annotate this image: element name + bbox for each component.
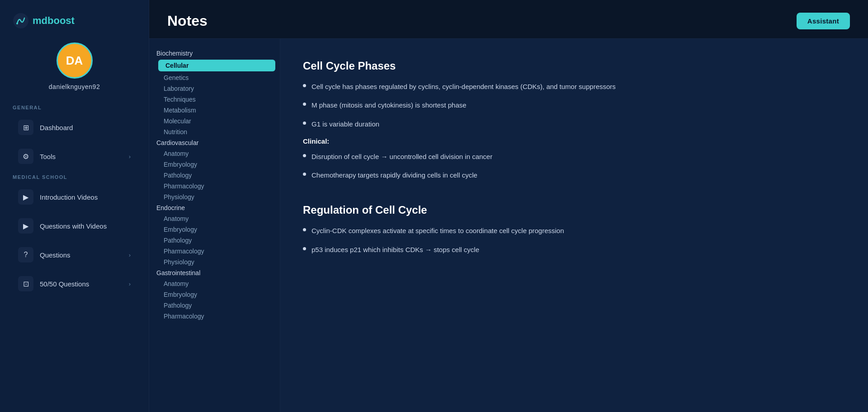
avatar-area: DA danielknguyen92 <box>0 38 149 101</box>
tree-category-gastrointestinal[interactable]: Gastrointestinal <box>149 267 280 278</box>
tree-item-endo-physiology[interactable]: Physiology <box>149 257 280 267</box>
sidebar-item-intro-videos[interactable]: ▶ Introduction Videos <box>5 183 143 211</box>
reg-bullet-dot-2 <box>303 247 306 250</box>
main-panel: Notes Assistant Biochemistry Cellular Ge… <box>149 0 868 412</box>
bullet-1: Cell cycle has phases regulated by cycli… <box>303 81 845 92</box>
section2-title: Regulation of Cell Cycle <box>303 204 845 216</box>
logo-text: mdboost <box>33 15 75 27</box>
tree-item-cardio-pathology[interactable]: Pathology <box>149 170 280 181</box>
tree-item-endo-pharmacology[interactable]: Pharmacology <box>149 246 280 257</box>
tree-item-nutrition[interactable]: Nutrition <box>149 126 280 137</box>
sidebar-item-fifty-fifty[interactable]: ⊡ 50/50 Questions › <box>5 270 143 297</box>
clinical-bullet-text-2: Chemotherapy targets rapidly dividing ce… <box>311 170 477 180</box>
fifty-fifty-chevron-icon: › <box>129 281 131 287</box>
tree-item-endo-anatomy[interactable]: Anatomy <box>149 213 280 224</box>
bullet-dot-2 <box>303 103 306 106</box>
tree-item-metabolism[interactable]: Metabolism <box>149 105 280 116</box>
tree-item-genetics[interactable]: Genetics <box>149 72 280 83</box>
questions-videos-icon: ▶ <box>18 218 33 234</box>
clinical-label: Clinical: <box>303 137 845 145</box>
clinical-bullet-dot-1 <box>303 154 306 157</box>
dashboard-label: Dashboard <box>40 124 73 131</box>
dashboard-icon: ⊞ <box>18 120 33 135</box>
bullet-text-2: M phase (mitosis and cytokinesis) is sho… <box>311 100 467 110</box>
sidebar-item-dashboard[interactable]: ⊞ Dashboard <box>5 114 143 141</box>
tree-item-cellular[interactable]: Cellular <box>158 60 275 71</box>
tree-item-laboratory[interactable]: Laboratory <box>149 83 280 94</box>
tree-item-endo-embryology[interactable]: Embryology <box>149 224 280 235</box>
clinical-bullet-text-1: Disruption of cell cycle → uncontrolled … <box>311 151 492 162</box>
tree-item-cardio-embryology[interactable]: Embryology <box>149 159 280 170</box>
tree-item-gi-pharmacology[interactable]: Pharmacology <box>149 311 280 322</box>
username-label: danielknguyen92 <box>49 83 100 90</box>
bullet-2: M phase (mitosis and cytokinesis) is sho… <box>303 100 845 110</box>
main-body: Biochemistry Cellular Genetics Laborator… <box>149 39 868 412</box>
clinical-bullet-2: Chemotherapy targets rapidly dividing ce… <box>303 170 845 180</box>
notes-tree: Biochemistry Cellular Genetics Laborator… <box>149 39 280 412</box>
tree-item-techniques[interactable]: Techniques <box>149 94 280 105</box>
logo-icon <box>13 13 29 29</box>
reg-bullet-text-1: Cyclin-CDK complexes activate at specifi… <box>311 225 564 236</box>
logo-area: mdboost <box>0 0 149 38</box>
tools-icon: ⚙ <box>18 149 33 164</box>
avatar: DA <box>57 42 93 79</box>
bullet-text-1: Cell cycle has phases regulated by cycli… <box>311 81 616 92</box>
sidebar-item-questions-with-videos[interactable]: ▶ Questions with Videos <box>5 212 143 239</box>
sidebar-item-tools[interactable]: ⚙ Tools › <box>5 143 143 170</box>
notes-content-panel: Cell Cycle Phases Cell cycle has phases … <box>280 39 868 412</box>
tree-item-endo-pathology[interactable]: Pathology <box>149 235 280 246</box>
tree-category-cardiovascular[interactable]: Cardiovascular <box>149 137 280 148</box>
sidebar-item-questions[interactable]: ? Questions › <box>5 241 143 268</box>
section1-title: Cell Cycle Phases <box>303 60 845 72</box>
questions-icon: ? <box>18 247 33 262</box>
tree-item-gi-pathology[interactable]: Pathology <box>149 300 280 311</box>
content-divider <box>303 188 845 199</box>
bullet-dot-3 <box>303 122 306 125</box>
general-section-label: GENERAL <box>0 101 149 113</box>
clinical-bullet-dot-2 <box>303 173 306 176</box>
bullet-3: G1 is variable duration <box>303 119 845 129</box>
questions-videos-label: Questions with Videos <box>40 222 107 230</box>
fifty-fifty-icon: ⊡ <box>18 276 33 291</box>
assistant-button[interactable]: Assistant <box>797 13 850 29</box>
questions-label: Questions <box>40 251 71 259</box>
fifty-fifty-label: 50/50 Questions <box>40 280 89 288</box>
tree-item-gi-anatomy[interactable]: Anatomy <box>149 278 280 289</box>
tree-category-endocrine[interactable]: Endocrine <box>149 202 280 213</box>
reg-bullet-1: Cyclin-CDK complexes activate at specifi… <box>303 225 845 236</box>
intro-videos-label: Introduction Videos <box>40 193 98 201</box>
tree-item-cardio-physiology[interactable]: Physiology <box>149 192 280 202</box>
tree-item-gi-embryology[interactable]: Embryology <box>149 289 280 300</box>
intro-videos-icon: ▶ <box>18 189 33 205</box>
tree-item-cardio-pharmacology[interactable]: Pharmacology <box>149 181 280 192</box>
main-header: Notes Assistant <box>149 0 868 39</box>
reg-bullet-text-2: p53 induces p21 which inhibits CDKs → st… <box>311 244 479 255</box>
reg-bullet-dot-1 <box>303 228 306 231</box>
sidebar: mdboost DA danielknguyen92 GENERAL ⊞ Das… <box>0 0 149 412</box>
tools-chevron-icon: › <box>129 153 131 160</box>
tools-label: Tools <box>40 153 56 160</box>
questions-chevron-icon: › <box>129 252 131 258</box>
medical-school-section-label: MEDICAL SCHOOL <box>0 171 149 183</box>
bullet-text-3: G1 is variable duration <box>311 119 379 129</box>
bullet-dot-1 <box>303 84 306 87</box>
tree-item-cardio-anatomy[interactable]: Anatomy <box>149 148 280 159</box>
tree-item-molecular[interactable]: Molecular <box>149 116 280 126</box>
clinical-bullet-1: Disruption of cell cycle → uncontrolled … <box>303 151 845 162</box>
tree-category-biochemistry[interactable]: Biochemistry <box>149 48 280 59</box>
page-title: Notes <box>167 13 208 29</box>
svg-point-1 <box>16 23 18 24</box>
reg-bullet-2: p53 induces p21 which inhibits CDKs → st… <box>303 244 845 255</box>
